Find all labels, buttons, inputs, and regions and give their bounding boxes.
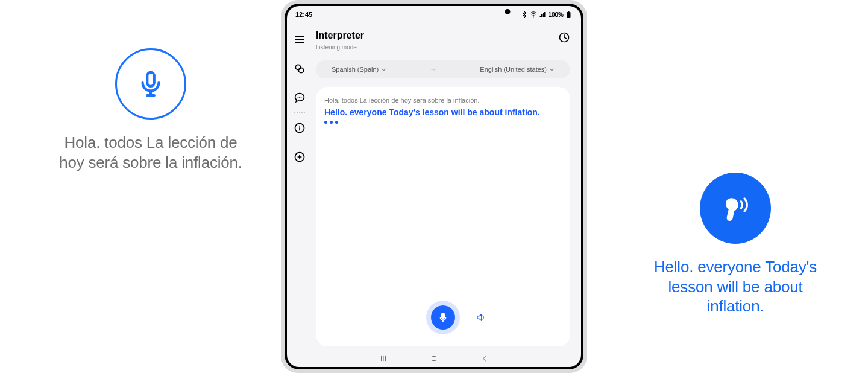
home-button[interactable] bbox=[430, 354, 438, 363]
page-title: Interpreter bbox=[316, 30, 364, 41]
mic-pulse bbox=[426, 301, 460, 334]
language-bar: Spanish (Spain) → English (United states… bbox=[316, 60, 570, 78]
device-nav-bar bbox=[287, 350, 581, 367]
microphone-icon bbox=[137, 70, 165, 98]
svg-point-7 bbox=[298, 68, 303, 72]
svg-point-10 bbox=[301, 97, 302, 98]
loading-dots-icon bbox=[324, 121, 562, 124]
target-speech-text: Hello. everyone Today's lesson will be a… bbox=[639, 257, 832, 316]
microphone-circle-icon bbox=[115, 48, 186, 120]
chevron-down-icon bbox=[381, 67, 386, 72]
target-text: Hello. everyone Today's lesson will be a… bbox=[324, 107, 562, 117]
info-icon[interactable] bbox=[294, 122, 306, 134]
svg-rect-23 bbox=[432, 357, 436, 361]
svg-point-8 bbox=[298, 97, 299, 98]
camera-hole bbox=[505, 9, 511, 14]
battery-icon bbox=[565, 11, 573, 18]
battery-percent: 100% bbox=[548, 11, 564, 18]
target-speech-callout: Hello. everyone Today's lesson will be a… bbox=[639, 173, 832, 316]
dual-circles-icon[interactable] bbox=[294, 63, 306, 75]
recents-button[interactable] bbox=[379, 354, 388, 363]
history-icon[interactable] bbox=[558, 31, 570, 43]
rail-divider bbox=[294, 112, 305, 113]
page-subtitle: Listening mode bbox=[316, 44, 357, 51]
speaker-icon[interactable] bbox=[476, 312, 486, 323]
source-language-select[interactable]: Spanish (Spain) bbox=[332, 66, 386, 73]
chevron-down-icon bbox=[549, 67, 555, 72]
signal-icon bbox=[539, 11, 546, 18]
mic-button[interactable] bbox=[431, 305, 455, 330]
svg-point-6 bbox=[295, 65, 300, 69]
device-screen: 12:45 100% bbox=[287, 6, 581, 367]
source-text: Hola. todos La lección de hoy será sobre… bbox=[324, 97, 562, 104]
svg-point-9 bbox=[299, 97, 300, 98]
earbud-circle-icon bbox=[700, 173, 771, 244]
chat-icon[interactable] bbox=[294, 92, 306, 104]
status-time: 12:45 bbox=[295, 11, 312, 18]
svg-rect-5 bbox=[568, 11, 570, 12]
target-language-select[interactable]: English (United states) bbox=[480, 66, 555, 73]
earbud-icon bbox=[717, 190, 753, 226]
menu-icon[interactable] bbox=[294, 34, 306, 46]
side-rail bbox=[287, 21, 312, 350]
back-button[interactable] bbox=[480, 354, 489, 363]
translation-card: Hola. todos La lección de hoy será sobre… bbox=[316, 87, 570, 346]
source-speech-text: Hola. todos La lección de hoy será sobre… bbox=[54, 133, 247, 172]
microphone-icon bbox=[438, 312, 448, 323]
svg-point-3 bbox=[533, 16, 534, 17]
add-icon[interactable] bbox=[294, 151, 306, 163]
svg-point-13 bbox=[299, 126, 300, 127]
svg-rect-18 bbox=[442, 313, 445, 318]
source-speech-callout: Hola. todos La lección de hoy será sobre… bbox=[54, 48, 247, 172]
svg-rect-4 bbox=[567, 12, 571, 18]
status-bar: 12:45 100% bbox=[287, 6, 581, 21]
wifi-icon bbox=[530, 11, 537, 18]
page-title-block: Interpreter Listening mode bbox=[316, 30, 364, 52]
language-arrow-icon: → bbox=[430, 66, 436, 73]
bluetooth-icon bbox=[521, 11, 528, 18]
svg-rect-0 bbox=[147, 72, 154, 86]
device-frame: 12:45 100% bbox=[281, 0, 587, 373]
